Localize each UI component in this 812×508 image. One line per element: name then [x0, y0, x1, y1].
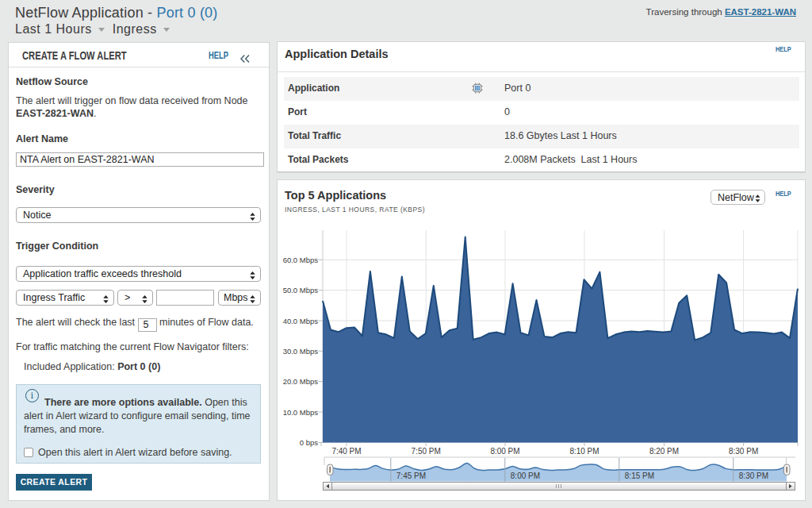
svg-text:20.0 Mbps: 20.0 Mbps: [283, 377, 319, 386]
svg-text:8:00 PM: 8:00 PM: [490, 447, 519, 456]
svg-text:8:10 PM: 8:10 PM: [569, 447, 599, 456]
svg-text:60.0 Mbps: 60.0 Mbps: [283, 256, 319, 264]
svg-text:30.0 Mbps: 30.0 Mbps: [283, 347, 319, 356]
svg-text:7:50 PM: 7:50 PM: [412, 447, 441, 456]
svg-text:7:45 PM: 7:45 PM: [396, 471, 426, 480]
svg-text:0 bps: 0 bps: [300, 438, 318, 447]
svg-text:8:15 PM: 8:15 PM: [625, 471, 654, 480]
svg-text:8:20 PM: 8:20 PM: [649, 447, 679, 456]
svg-text:7:40 PM: 7:40 PM: [331, 447, 361, 456]
svg-text:8:00 PM: 8:00 PM: [511, 471, 540, 480]
svg-text:8:30 PM: 8:30 PM: [729, 447, 758, 456]
svg-text:10.0 Mbps: 10.0 Mbps: [283, 408, 319, 417]
svg-text:8:30 PM: 8:30 PM: [739, 471, 768, 480]
svg-text:40.0 Mbps: 40.0 Mbps: [283, 317, 319, 325]
svg-text:50.0 Mbps: 50.0 Mbps: [283, 286, 319, 294]
